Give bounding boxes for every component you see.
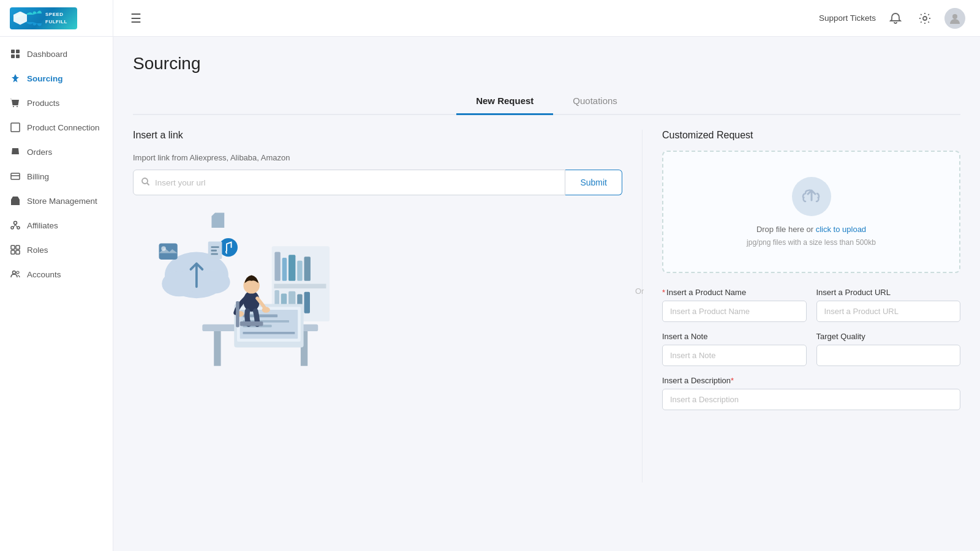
svg-rect-24 bbox=[297, 261, 303, 281]
upload-illustration bbox=[133, 210, 341, 369]
billing-icon bbox=[10, 171, 21, 182]
svg-rect-2 bbox=[11, 50, 15, 53]
submit-button[interactable]: Submit bbox=[565, 170, 622, 195]
svg-rect-57 bbox=[211, 253, 218, 255]
svg-rect-23 bbox=[288, 255, 295, 281]
sidebar-item-billing[interactable]: Billing bbox=[0, 164, 113, 189]
sidebar-item-label: Sourcing bbox=[27, 74, 63, 83]
url-input-row: Submit bbox=[133, 170, 622, 195]
roles-icon bbox=[10, 244, 21, 255]
content-body: Insert a link Import link from Aliexpres… bbox=[133, 115, 960, 482]
sourcing-icon bbox=[10, 73, 21, 84]
svg-rect-5 bbox=[16, 54, 20, 58]
svg-point-19 bbox=[142, 178, 148, 184]
svg-point-49 bbox=[162, 271, 197, 297]
url-input[interactable] bbox=[155, 178, 557, 187]
form-row-note-quality: Insert a Note Target Quality High Qualit… bbox=[662, 332, 960, 366]
settings-gear-icon[interactable] bbox=[915, 9, 935, 28]
tabs-container: New Request Quotations bbox=[133, 88, 960, 115]
notification-bell-icon[interactable] bbox=[886, 9, 905, 28]
svg-rect-14 bbox=[16, 250, 20, 254]
required-star: * bbox=[662, 288, 665, 297]
search-icon bbox=[141, 177, 150, 188]
form-row-description: Insert a Description* bbox=[662, 376, 960, 410]
svg-point-50 bbox=[198, 271, 230, 294]
product-name-input[interactable] bbox=[662, 301, 807, 322]
description-input[interactable] bbox=[662, 389, 960, 410]
description-label: Insert a Description* bbox=[662, 376, 960, 385]
svg-rect-55 bbox=[211, 246, 219, 248]
svg-rect-47 bbox=[236, 301, 239, 328]
support-tickets-link[interactable]: Support Tickets bbox=[819, 13, 876, 23]
quality-label: Target Quality bbox=[816, 332, 961, 341]
product-name-label: *Insert a Product Name bbox=[662, 288, 807, 297]
drop-zone-text: Drop file here or click to upload bbox=[756, 223, 866, 236]
sidebar-item-label: Product Connection bbox=[27, 123, 100, 132]
sidebar-item-label: Accounts bbox=[27, 270, 61, 279]
svg-point-15 bbox=[13, 271, 16, 274]
svg-point-8 bbox=[14, 222, 17, 225]
svg-point-17 bbox=[923, 17, 927, 20]
tab-quotations[interactable]: Quotations bbox=[553, 88, 637, 115]
svg-text:SPEED: SPEED bbox=[45, 12, 64, 17]
sidebar-item-orders[interactable]: Orders bbox=[0, 140, 113, 164]
svg-rect-56 bbox=[211, 250, 217, 252]
orders-icon bbox=[10, 146, 21, 157]
svg-rect-33 bbox=[214, 331, 221, 366]
svg-rect-31 bbox=[304, 292, 310, 313]
svg-rect-22 bbox=[282, 258, 287, 281]
svg-rect-12 bbox=[16, 246, 20, 249]
product-url-label: Insert a Product URL bbox=[816, 288, 961, 297]
sidebar-item-sourcing[interactable]: Sourcing bbox=[0, 66, 113, 91]
sidebar-item-label: Store Management bbox=[27, 197, 97, 206]
sidebar-item-label: Products bbox=[27, 99, 59, 108]
sidebar-item-store-management[interactable]: Store Management bbox=[0, 189, 113, 213]
avatar[interactable] bbox=[944, 8, 965, 29]
logo[interactable]: SPEED FULFILL bbox=[0, 0, 113, 37]
sidebar-item-label: Roles bbox=[27, 246, 48, 255]
svg-rect-41 bbox=[243, 332, 295, 334]
customized-request-title: Customized Request bbox=[662, 130, 960, 141]
upload-cloud-icon bbox=[792, 177, 831, 216]
svg-rect-4 bbox=[11, 54, 15, 58]
sidebar-item-product-connection[interactable]: Product Connection bbox=[0, 115, 113, 140]
drop-zone-subtext: jpg/png files with a size less than 500k… bbox=[747, 238, 876, 247]
svg-rect-46 bbox=[240, 321, 263, 326]
form-group-product-url: Insert a Product URL bbox=[816, 288, 961, 322]
svg-rect-3 bbox=[16, 50, 20, 53]
note-label: Insert a Note bbox=[662, 332, 807, 341]
sidebar-item-label: Orders bbox=[27, 148, 52, 157]
sidebar-item-label: Dashboard bbox=[27, 50, 67, 59]
sidebar-item-products[interactable]: Products bbox=[0, 91, 113, 115]
svg-point-9 bbox=[11, 227, 13, 229]
description-required-star: * bbox=[731, 376, 734, 385]
svg-rect-6 bbox=[11, 123, 20, 132]
url-input-wrapper bbox=[133, 170, 565, 195]
product-url-input[interactable] bbox=[816, 301, 961, 322]
click-to-upload-link[interactable]: click to upload bbox=[816, 225, 866, 234]
sidebar: SPEED FULFILL Dashboard Sourcing Product… bbox=[0, 0, 113, 551]
product-connection-icon bbox=[10, 122, 21, 133]
header: ☰ Support Tickets bbox=[113, 0, 980, 37]
accounts-icon bbox=[10, 269, 21, 280]
quality-input[interactable]: High Quality bbox=[816, 345, 961, 366]
tab-new-request[interactable]: New Request bbox=[456, 88, 553, 115]
svg-rect-25 bbox=[304, 257, 311, 281]
svg-rect-13 bbox=[11, 250, 15, 254]
sidebar-item-roles[interactable]: Roles bbox=[0, 238, 113, 262]
form-row-product: *Insert a Product Name Insert a Product … bbox=[662, 288, 960, 322]
sidebar-item-dashboard[interactable]: Dashboard bbox=[0, 42, 113, 66]
header-right: Support Tickets bbox=[819, 8, 965, 29]
file-drop-zone[interactable]: Drop file here or click to upload jpg/pn… bbox=[662, 151, 960, 273]
note-input[interactable] bbox=[662, 345, 807, 366]
hamburger-button[interactable]: ☰ bbox=[128, 9, 144, 28]
sidebar-item-affiliates[interactable]: Affiliates bbox=[0, 213, 113, 238]
form-group-description: Insert a Description* bbox=[662, 376, 960, 410]
sidebar-nav: Dashboard Sourcing Products Product Conn… bbox=[0, 37, 113, 291]
sidebar-item-accounts[interactable]: Accounts bbox=[0, 262, 113, 287]
svg-rect-26 bbox=[274, 284, 326, 289]
svg-point-16 bbox=[17, 271, 19, 274]
affiliates-icon bbox=[10, 220, 21, 231]
form-group-note: Insert a Note bbox=[662, 332, 807, 366]
form-group-product-name: *Insert a Product Name bbox=[662, 288, 807, 322]
